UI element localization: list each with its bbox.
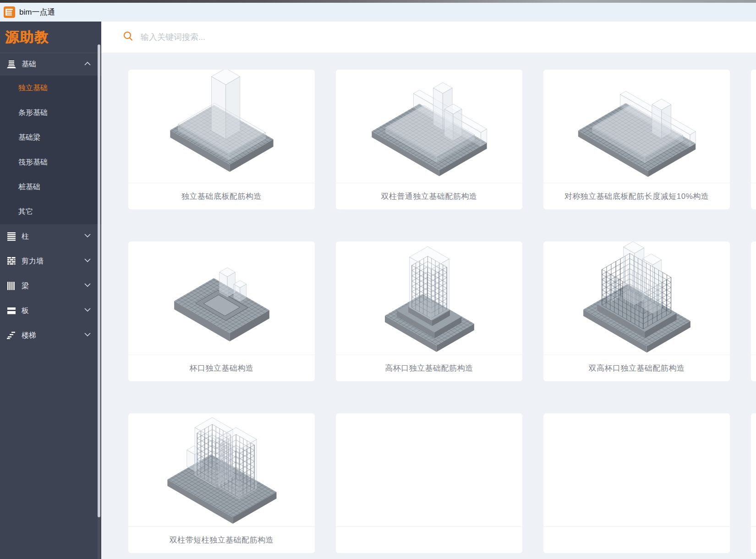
sidebar-group-label: 基础 bbox=[22, 60, 36, 69]
model-card[interactable]: 高杯口独立基础配筋构造 bbox=[336, 241, 522, 381]
model-caption bbox=[336, 527, 522, 553]
chevron-down-icon bbox=[83, 331, 92, 340]
foundation-submenu: 独立基础 条形基础 基础梁 筏形基础 桩基础 其它 bbox=[0, 76, 101, 224]
sidebar-group-column[interactable]: 柱 bbox=[0, 224, 101, 249]
sidebar-group-foundation[interactable]: 基础 bbox=[0, 53, 101, 76]
search-input[interactable] bbox=[141, 33, 461, 42]
search-icon bbox=[123, 31, 134, 44]
sidebar-group-slab[interactable]: 板 bbox=[0, 298, 101, 323]
sidebar-group-label: 柱 bbox=[22, 232, 29, 241]
sidebar-item-strip-foundation[interactable]: 条形基础 bbox=[0, 100, 101, 125]
model-thumbnail bbox=[128, 241, 315, 355]
model-card[interactable]: 设置基础梁的双柱普通独立基础配筋构造 bbox=[751, 70, 756, 209]
content-area: 独立基础底板配筋构造 双柱普通独立基础配筋构造 对称独立基础底板配筋长度减短10… bbox=[101, 22, 756, 559]
slab-icon bbox=[6, 306, 17, 316]
model-caption bbox=[543, 527, 730, 553]
sidebar-group-beam[interactable]: 梁 bbox=[0, 274, 101, 298]
model-thumbnail bbox=[543, 413, 730, 527]
card-partial[interactable] bbox=[751, 413, 756, 553]
model-caption: 单柱带短柱独立基础配筋构造 bbox=[751, 355, 756, 381]
model-thumbnail bbox=[128, 70, 315, 183]
sidebar: 源助教 基础 独立基础 条形基础 基础梁 筏形基础 桩基础 其 bbox=[0, 22, 101, 559]
model-thumbnail bbox=[751, 241, 756, 355]
card-partial[interactable] bbox=[543, 413, 730, 553]
model-thumbnail bbox=[336, 70, 522, 183]
sidebar-item-independent-foundation[interactable]: 独立基础 bbox=[0, 76, 101, 100]
app-header: bim一点通 bbox=[0, 3, 756, 22]
stairs-icon bbox=[6, 330, 17, 340]
model-caption: 双高杯口独立基础配筋构造 bbox=[543, 355, 730, 381]
model-caption: 双柱普通独立基础配筋构造 bbox=[336, 183, 522, 209]
column-icon bbox=[6, 231, 17, 241]
model-thumbnail bbox=[543, 70, 730, 183]
sidebar-group-label: 楼梯 bbox=[22, 331, 36, 340]
sidebar-group-label: 板 bbox=[22, 306, 29, 316]
chevron-down-icon bbox=[83, 307, 92, 315]
beam-icon bbox=[6, 281, 17, 291]
model-caption: 对称独立基础底板配筋长度减短10%构造 bbox=[543, 183, 730, 209]
model-card[interactable]: 独立基础底板配筋构造 bbox=[128, 70, 315, 209]
model-card[interactable]: 单柱带短柱独立基础配筋构造 bbox=[751, 241, 756, 381]
chevron-down-icon bbox=[83, 282, 92, 290]
model-thumbnail bbox=[751, 413, 756, 527]
model-caption: 杯口独立基础构造 bbox=[128, 355, 315, 381]
sidebar-scrollbar-thumb[interactable] bbox=[98, 44, 100, 517]
app-logo-icon bbox=[4, 6, 15, 18]
sidebar-group-label: 剪力墙 bbox=[22, 257, 44, 266]
model-thumbnail bbox=[336, 241, 522, 355]
model-card[interactable]: 对称独立基础底板配筋长度减短10%构造 bbox=[543, 70, 730, 209]
sidebar-group-shear-wall[interactable]: 剪力墙 bbox=[0, 249, 101, 274]
chevron-up-icon bbox=[83, 60, 92, 69]
chevron-down-icon bbox=[83, 257, 92, 265]
model-caption: 高杯口独立基础配筋构造 bbox=[336, 355, 522, 381]
model-caption: 独立基础底板配筋构造 bbox=[128, 183, 315, 209]
card-grid: 独立基础底板配筋构造 双柱普通独立基础配筋构造 对称独立基础底板配筋长度减短10… bbox=[101, 53, 756, 553]
model-card[interactable]: 双柱带短柱独立基础配筋构造 bbox=[128, 413, 315, 553]
sidebar-item-pile-foundation[interactable]: 桩基础 bbox=[0, 175, 101, 199]
app-title: bim一点通 bbox=[19, 7, 55, 17]
sidebar-item-raft-foundation[interactable]: 筏形基础 bbox=[0, 150, 101, 175]
model-thumbnail bbox=[128, 413, 315, 527]
model-thumbnail bbox=[751, 70, 756, 183]
foundation-icon bbox=[6, 60, 17, 70]
model-card[interactable]: 双高杯口独立基础配筋构造 bbox=[543, 241, 730, 381]
model-thumbnail bbox=[336, 413, 522, 527]
model-card[interactable]: 双柱普通独立基础配筋构造 bbox=[336, 70, 522, 209]
card-partial[interactable] bbox=[336, 413, 522, 553]
model-thumbnail bbox=[543, 241, 730, 355]
model-caption bbox=[751, 527, 756, 553]
shear-wall-icon bbox=[6, 256, 17, 266]
sidebar-group-label: 梁 bbox=[22, 281, 29, 291]
search-bar bbox=[101, 22, 756, 53]
model-caption: 设置基础梁的双柱普通独立基础配筋构造 bbox=[751, 183, 756, 209]
model-caption: 双柱带短柱独立基础配筋构造 bbox=[128, 527, 315, 553]
sidebar-item-other[interactable]: 其它 bbox=[0, 199, 101, 224]
sidebar-group-stairs[interactable]: 楼梯 bbox=[0, 323, 101, 348]
brand-logo: 源助教 bbox=[0, 22, 101, 53]
model-card[interactable]: 杯口独立基础构造 bbox=[128, 241, 315, 381]
sidebar-item-foundation-beam[interactable]: 基础梁 bbox=[0, 125, 101, 150]
chevron-down-icon bbox=[83, 232, 92, 241]
